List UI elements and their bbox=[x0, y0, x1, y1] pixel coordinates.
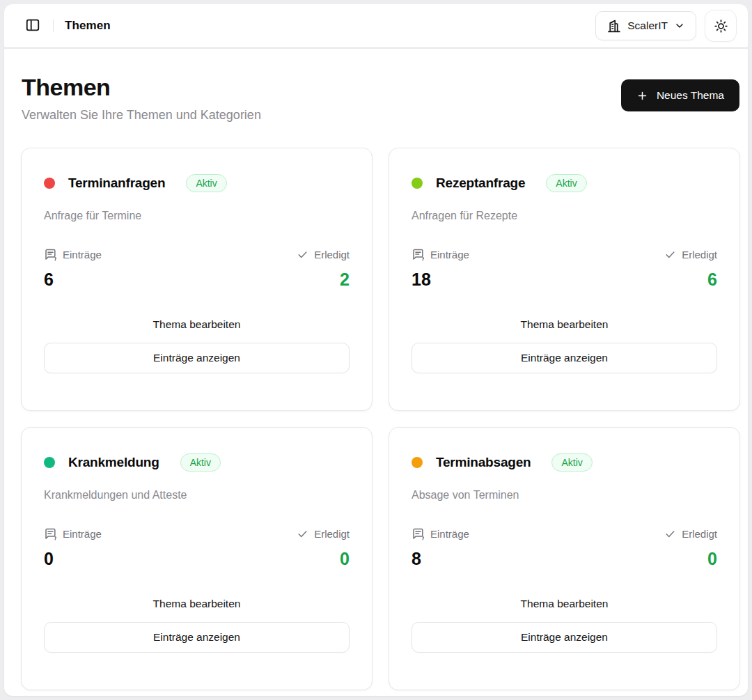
new-topic-button-label: Neues Thema bbox=[657, 89, 724, 102]
topbar-divider bbox=[53, 20, 54, 32]
plus-icon bbox=[636, 90, 648, 102]
message-square-icon bbox=[44, 527, 57, 540]
card-description: Absage von Terminen bbox=[412, 489, 717, 501]
theme-toggle-button[interactable] bbox=[705, 10, 737, 42]
entries-label: Einträge bbox=[44, 527, 102, 540]
stats-values-row: 18 6 bbox=[412, 270, 717, 290]
entries-label-text: Einträge bbox=[430, 528, 469, 540]
status-dot bbox=[412, 178, 423, 189]
check-icon bbox=[297, 528, 308, 540]
card-description: Krankmeldungen und Atteste bbox=[44, 489, 350, 501]
card-header: Terminanfragen Aktiv bbox=[44, 174, 350, 192]
entries-count: 0 bbox=[44, 549, 54, 569]
breadcrumb: Themen bbox=[65, 19, 111, 33]
entries-label-text: Einträge bbox=[63, 249, 102, 260]
panel-left-icon bbox=[25, 17, 40, 35]
status-badge: Aktiv bbox=[546, 174, 586, 192]
page-title: Themen bbox=[22, 74, 261, 101]
stats-labels-row: Einträge Erledigt bbox=[412, 527, 717, 540]
check-icon bbox=[297, 249, 308, 260]
status-dot bbox=[44, 457, 55, 468]
new-topic-button[interactable]: Neues Thema bbox=[621, 79, 739, 111]
view-entries-button[interactable]: Einträge anzeigen bbox=[412, 343, 717, 373]
stats-labels-row: Einträge Erledigt bbox=[44, 248, 350, 261]
done-count: 0 bbox=[340, 549, 350, 569]
done-label: Erledigt bbox=[297, 528, 350, 540]
done-count: 2 bbox=[340, 270, 350, 290]
done-label-text: Erledigt bbox=[314, 249, 350, 260]
status-badge: Aktiv bbox=[180, 453, 221, 472]
entries-count: 8 bbox=[412, 549, 421, 569]
entries-label-text: Einträge bbox=[63, 528, 102, 540]
done-label-text: Erledigt bbox=[682, 249, 717, 260]
check-icon bbox=[664, 249, 676, 260]
org-switcher-button[interactable]: ScalerIT bbox=[595, 11, 696, 40]
card-title: Krankmeldung bbox=[68, 455, 159, 470]
done-label-text: Erledigt bbox=[314, 528, 350, 540]
entries-label: Einträge bbox=[412, 527, 469, 540]
done-label-text: Erledigt bbox=[682, 528, 717, 540]
page-header: Themen Verwalten Sie Ihre Themen und Kat… bbox=[21, 74, 740, 123]
status-dot bbox=[412, 457, 423, 468]
entries-label: Einträge bbox=[44, 248, 102, 261]
done-label: Erledigt bbox=[664, 528, 717, 540]
chevron-down-icon bbox=[674, 20, 685, 31]
page-subtitle: Verwalten Sie Ihre Themen und Kategorien bbox=[22, 108, 261, 123]
entries-label: Einträge bbox=[412, 248, 469, 261]
page-header-text: Themen Verwalten Sie Ihre Themen und Kat… bbox=[22, 74, 261, 123]
done-label: Erledigt bbox=[297, 249, 350, 260]
card-description: Anfrage für Termine bbox=[44, 210, 350, 222]
main-panel: Themen Verwalten Sie Ihre Themen und Kat… bbox=[4, 49, 748, 696]
message-square-icon bbox=[44, 248, 57, 261]
stats-values-row: 0 0 bbox=[44, 549, 350, 569]
entries-count: 6 bbox=[44, 270, 54, 290]
topic-card: Krankmeldung Aktiv Krankmeldungen und At… bbox=[21, 427, 373, 690]
status-badge: Aktiv bbox=[551, 453, 592, 472]
entries-label-text: Einträge bbox=[430, 249, 469, 260]
card-title: Terminanfragen bbox=[68, 176, 165, 191]
card-title: Rezeptanfrage bbox=[436, 176, 525, 191]
view-entries-button[interactable]: Einträge anzeigen bbox=[44, 622, 350, 653]
card-title: Terminabsagen bbox=[436, 455, 531, 470]
card-header: Rezeptanfrage Aktiv bbox=[412, 174, 717, 192]
topbar-actions: ScalerIT bbox=[595, 10, 737, 42]
check-icon bbox=[664, 528, 676, 540]
topic-card: Terminabsagen Aktiv Absage von Terminen … bbox=[389, 427, 740, 690]
topic-cards-grid: Terminanfragen Aktiv Anfrage für Termine… bbox=[21, 148, 740, 690]
topbar: Themen ScalerIT bbox=[4, 4, 748, 47]
stats-values-row: 8 0 bbox=[412, 549, 717, 569]
building-icon bbox=[606, 19, 621, 33]
sun-icon bbox=[714, 19, 728, 33]
stats-values-row: 6 2 bbox=[44, 270, 350, 290]
done-count: 0 bbox=[707, 549, 717, 569]
view-entries-button[interactable]: Einträge anzeigen bbox=[44, 343, 350, 373]
status-badge: Aktiv bbox=[186, 174, 226, 192]
card-header: Krankmeldung Aktiv bbox=[44, 453, 350, 472]
edit-topic-button[interactable]: Thema bearbeiten bbox=[153, 318, 241, 331]
message-square-icon bbox=[412, 248, 425, 261]
org-switcher-label: ScalerIT bbox=[627, 20, 668, 32]
stats-labels-row: Einträge Erledigt bbox=[44, 527, 350, 540]
topic-card: Terminanfragen Aktiv Anfrage für Termine… bbox=[21, 148, 373, 411]
status-dot bbox=[44, 178, 55, 189]
message-square-icon bbox=[412, 527, 425, 540]
card-description: Anfragen für Rezepte bbox=[412, 210, 717, 222]
done-count: 6 bbox=[707, 270, 717, 290]
card-header: Terminabsagen Aktiv bbox=[412, 453, 717, 472]
view-entries-button[interactable]: Einträge anzeigen bbox=[412, 622, 717, 653]
edit-topic-button[interactable]: Thema bearbeiten bbox=[521, 318, 609, 331]
done-label: Erledigt bbox=[664, 249, 717, 260]
edit-topic-button[interactable]: Thema bearbeiten bbox=[521, 598, 609, 610]
entries-count: 18 bbox=[412, 270, 431, 290]
stats-labels-row: Einträge Erledigt bbox=[412, 248, 717, 261]
app-frame: Themen ScalerIT Themen Verwalten Sie Ihr… bbox=[0, 0, 752, 700]
edit-topic-button[interactable]: Thema bearbeiten bbox=[153, 598, 241, 610]
topic-card: Rezeptanfrage Aktiv Anfragen für Rezepte… bbox=[389, 148, 740, 411]
sidebar-toggle-button[interactable] bbox=[21, 14, 45, 38]
